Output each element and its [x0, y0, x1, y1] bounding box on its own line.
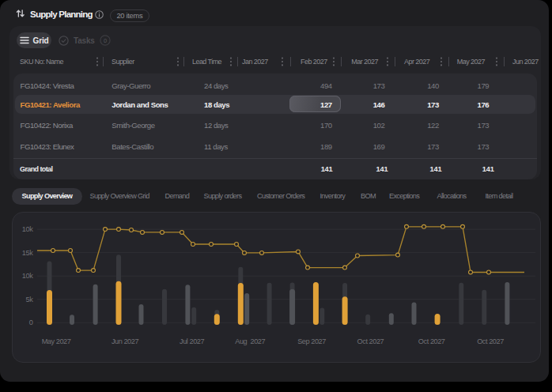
tasks-count-badge: 0: [100, 35, 111, 46]
cell-value-feb[interactable]: 189: [320, 141, 332, 150]
grand-total-value-apr: 141: [430, 165, 442, 173]
cell-supplier: Bates-Castillo: [112, 141, 153, 150]
table-row-fg10422[interactable]: FG10422: NorixaSmith-George12 days170102…: [13, 115, 537, 135]
tab-customer-orders[interactable]: Customer Orders: [257, 192, 304, 200]
column-header-jan[interactable]: Jan 2027: [242, 58, 268, 66]
tab-bar: Supply OverviewSupply Overview GridDeman…: [0, 183, 552, 209]
grand-total-row: Grand total 141141141141: [13, 158, 537, 180]
y-axis-label: 5k: [25, 296, 32, 303]
column-resize-handle-supplier[interactable]: [183, 57, 184, 66]
selected-cell[interactable]: [289, 96, 342, 112]
cell-value-may[interactable]: 179: [478, 81, 490, 90]
tab-inventory[interactable]: Inventory: [320, 192, 346, 200]
cell-sku: FG10423: Elunex: [21, 141, 74, 150]
column-resize-handle-may[interactable]: [504, 57, 505, 66]
cell-supplier: Jordan and Sons: [112, 100, 168, 108]
tab-allocations[interactable]: Allocations: [437, 192, 467, 200]
y-axis-label: 10k: [22, 272, 33, 280]
column-menu-icon-mar[interactable]: [384, 56, 391, 67]
tab-demand[interactable]: Demand: [165, 192, 190, 200]
grid-view-label: Grid: [33, 36, 49, 45]
x-axis-label: May 2027: [42, 337, 71, 345]
column-header-apr[interactable]: Apr 2027: [404, 58, 429, 66]
column-header-mar[interactable]: Mar 2027: [351, 58, 378, 66]
cell-value-feb[interactable]: 494: [320, 81, 332, 90]
column-menu-icon-feb[interactable]: [331, 56, 337, 67]
cell-value-apr[interactable]: 140: [427, 81, 439, 90]
app-header: Supply Planning 20 items: [0, 0, 549, 26]
column-menu-icon-apr[interactable]: [438, 56, 444, 67]
column-resize-handle-mar[interactable]: [395, 57, 395, 66]
check-circle-icon: [59, 36, 69, 46]
cell-value-apr[interactable]: 122: [427, 121, 439, 130]
table-row-fg10421[interactable]: FG10421: AvelioraJordan and Sons18 days1…: [15, 95, 535, 114]
column-header-feb[interactable]: Feb 2027: [301, 58, 327, 66]
cell-value-may[interactable]: 173: [478, 141, 490, 150]
cell-value-feb[interactable]: 170: [320, 121, 332, 130]
cell-value-may[interactable]: 176: [478, 100, 490, 108]
tab-exceptions[interactable]: Exceptions: [389, 192, 419, 200]
grid-view-button[interactable]: Grid: [17, 32, 51, 48]
tab-supply-overview[interactable]: Supply Overview: [12, 188, 82, 205]
y-axis-label: 15k: [22, 249, 33, 257]
x-axis-label: Oct 2027: [477, 337, 504, 345]
cell-sku: FG10424: Viresta: [21, 81, 74, 90]
tasks-button[interactable]: Tasks 0: [59, 32, 111, 48]
column-menu-icon-sku[interactable]: [94, 56, 100, 67]
tab-label: Supply Overview: [22, 192, 73, 200]
x-axis-label: Sep 2027: [297, 337, 326, 345]
cell-value-apr[interactable]: 173: [427, 100, 439, 108]
column-resize-handle-lead[interactable]: [237, 57, 238, 66]
cell-lead-time: 18 days: [204, 100, 229, 108]
cell-sku: FG10422: Norixa: [21, 121, 73, 130]
column-resize-handle-jan[interactable]: [290, 57, 291, 66]
cell-lead-time: 24 days: [204, 81, 228, 90]
x-axis-label: Oct 2027: [418, 337, 445, 345]
cell-value-apr[interactable]: 173: [427, 141, 439, 150]
column-menu-icon-jan[interactable]: [279, 56, 285, 67]
y-axis-label: 0: [29, 318, 33, 326]
tab-item-detail[interactable]: Item detail: [486, 192, 513, 200]
svg-text:0: 0: [104, 37, 107, 44]
cell-value-mar[interactable]: 173: [373, 81, 385, 90]
app-window: Supply Planning 20 items Grid Tasks 0: [0, 0, 549, 382]
column-menu-icon-lead[interactable]: [228, 56, 234, 67]
cell-value-may[interactable]: 173: [478, 121, 490, 130]
cell-value-mar[interactable]: 146: [373, 100, 385, 108]
x-axis-label: Jun 2027: [112, 337, 138, 345]
grand-total-label: Grand total: [20, 165, 52, 173]
y-axis-label: 10k: [22, 225, 33, 233]
cell-supplier: Gray-Guerro: [112, 81, 150, 90]
grand-total-value-feb: 141: [321, 165, 333, 173]
items-count-label: 20 items: [117, 12, 143, 20]
grand-total-value-mar: 141: [376, 165, 388, 173]
cell-value-mar[interactable]: 102: [373, 121, 385, 130]
tab-supply-overview-grid[interactable]: Supply Overview Grid: [90, 192, 149, 200]
table-header-row: SKU No: NameSupplierLead TimeJan 2027Feb…: [9, 51, 541, 73]
column-header-sku[interactable]: SKU No: Name: [20, 58, 63, 66]
hamburger-icon: [20, 36, 29, 44]
x-axis-label: Aug 2027: [235, 337, 265, 345]
column-header-supplier[interactable]: Supplier: [112, 58, 134, 66]
column-menu-icon-supplier[interactable]: [175, 56, 181, 67]
table-row-fg10424[interactable]: FG10424: VirestaGray-Guerro24 days494173…: [13, 76, 537, 96]
chart-card: [12, 212, 541, 363]
column-header-may[interactable]: May 2027: [457, 58, 485, 66]
page-title: Supply Planning: [30, 9, 93, 19]
swap-vertical-icon: [16, 9, 25, 18]
column-header-lead[interactable]: Lead Time: [192, 58, 221, 66]
column-header-jun[interactable]: Jun 2027: [512, 58, 539, 66]
info-icon[interactable]: [95, 10, 104, 19]
column-resize-handle-feb[interactable]: [341, 57, 342, 66]
cell-value-feb[interactable]: 127: [320, 100, 332, 108]
column-resize-handle-sku[interactable]: [103, 57, 104, 66]
cell-value-mar[interactable]: 169: [373, 141, 385, 150]
tab-supply-orders[interactable]: Supply orders: [204, 192, 242, 200]
column-resize-handle-apr[interactable]: [448, 57, 449, 66]
column-menu-icon-may[interactable]: [493, 56, 500, 67]
cell-lead-time: 12 days: [204, 121, 228, 130]
grand-total-value-may: 141: [482, 165, 494, 173]
tab-bom[interactable]: BOM: [361, 192, 376, 200]
table-row-fg10423[interactable]: FG10423: ElunexBates-Castillo11 days1891…: [13, 136, 537, 156]
tasks-label: Tasks: [74, 36, 95, 45]
